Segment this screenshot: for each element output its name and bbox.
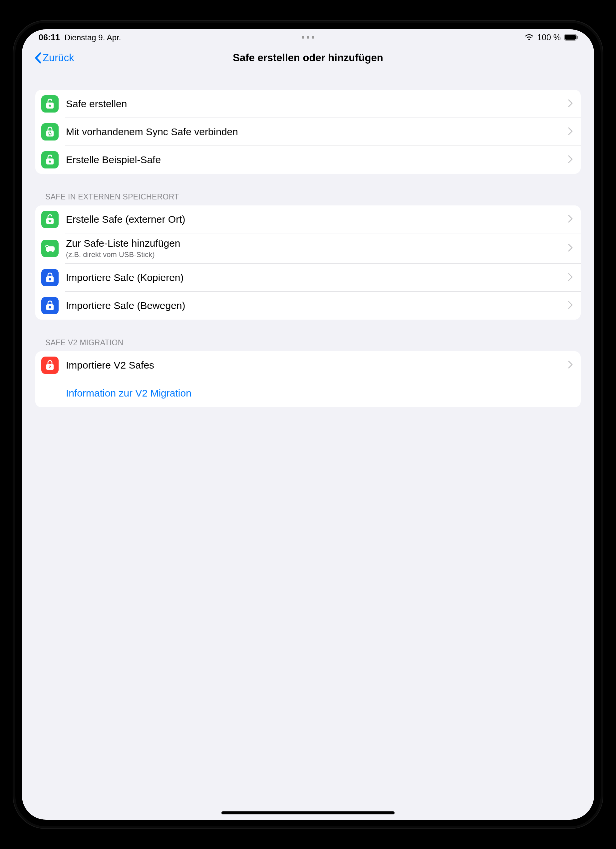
lock-import-icon [41,269,58,286]
section-group: 2 Importiere V2 Safes [35,351,581,407]
dot-icon [302,36,304,39]
lock-open-star-icon [41,95,58,113]
status-left: 06:11 Dienstag 9. Apr. [39,33,121,42]
chevron-right-icon [568,127,573,137]
chevron-right-icon [568,99,573,109]
row-sublabel: (z.B. direkt vom USB-Stick) [66,250,565,260]
svg-point-14 [49,306,51,308]
multitask-dots[interactable] [302,36,314,39]
section-main: Safe erstellen Mit vorhandenem Sy [35,90,581,174]
chevron-left-icon [34,52,42,64]
status-right: 100 % [524,33,579,42]
chevron-right-icon [568,215,573,224]
svg-point-12 [49,278,51,280]
row-label: Importiere V2 Safes [66,359,565,371]
section-header: SAFE IN EXTERNEN SPEICHERORT [35,192,581,206]
svg-rect-1 [565,35,576,40]
section-external: SAFE IN EXTERNEN SPEICHERORT Erstelle Sa… [35,192,581,320]
dot-icon [307,36,309,39]
spacer-icon [41,384,58,402]
svg-rect-4 [46,131,54,137]
row-v2-migration-info[interactable]: Information zur V2 Migration [35,379,581,407]
section-group: Erstelle Safe (externer Ort) Zur [35,206,581,320]
row-create-external-safe[interactable]: Erstelle Safe (externer Ort) [35,206,581,233]
row-label-link: Information zur V2 Migration [66,387,573,399]
status-time: 06:11 [39,33,60,42]
status-date: Dienstag 9. Apr. [65,33,121,42]
battery-icon [564,34,579,41]
lock-sync-icon [41,123,58,140]
chevron-right-icon [568,301,573,310]
row-label: Importiere Safe (Bewegen) [66,299,565,311]
row-import-v2-safes[interactable]: 2 Importiere V2 Safes [35,351,581,379]
chevron-right-icon [568,155,573,164]
row-create-safe[interactable]: Safe erstellen [35,90,581,118]
row-label: Erstelle Beispiel-Safe [66,154,565,166]
back-button[interactable]: Zurück [34,52,74,64]
svg-point-8 [47,250,49,252]
page-title: Safe erstellen oder hinzufügen [233,52,383,64]
row-label: Safe erstellen [66,98,565,110]
section-header: SAFE V2 MIGRATION [35,338,581,351]
lock-import-icon [41,297,58,314]
lock-open-star-icon [41,211,58,228]
row-import-safe-move[interactable]: Importiere Safe (Bewegen) [35,292,581,320]
row-create-example-safe[interactable]: Erstelle Beispiel-Safe [35,146,581,174]
drive-add-icon [41,240,58,257]
status-bar: 06:11 Dienstag 9. Apr. 100 % [22,29,594,45]
device-frame: 06:11 Dienstag 9. Apr. 100 % [0,0,616,849]
content-scroll[interactable]: Safe erstellen Mit vorhandenem Sy [22,71,594,820]
battery-percent: 100 % [537,33,561,42]
row-label: Mit vorhandenem Sync Safe verbinden [66,126,565,138]
chevron-right-icon [568,244,573,253]
row-connect-sync-safe[interactable]: Mit vorhandenem Sync Safe verbinden [35,118,581,146]
lock-v2-icon: 2 [41,357,58,374]
section-group: Safe erstellen Mit vorhandenem Sy [35,90,581,174]
row-import-safe-copy[interactable]: Importiere Safe (Kopieren) [35,264,581,292]
row-add-to-safe-list[interactable]: Zur Safe-Liste hinzufügen (z.B. direkt v… [35,233,581,264]
svg-point-9 [52,250,54,252]
section-v2-migration: SAFE V2 MIGRATION 2 Importiere V2 Safes [35,338,581,407]
home-indicator[interactable] [221,811,395,815]
row-label: Zur Safe-Liste hinzufügen [66,237,565,249]
device-bezel: 06:11 Dienstag 9. Apr. 100 % [13,20,603,829]
lock-open-star-icon [41,151,58,168]
svg-rect-2 [577,36,578,39]
row-label: Erstelle Safe (externer Ort) [66,213,565,225]
chevron-right-icon [568,273,573,282]
wifi-icon [524,34,534,41]
screen: 06:11 Dienstag 9. Apr. 100 % [22,29,594,820]
row-label: Importiere Safe (Kopieren) [66,272,565,284]
nav-bar: Zurück Safe erstellen oder hinzufügen [22,45,594,71]
chevron-right-icon [568,360,573,370]
back-label: Zurück [43,52,74,64]
svg-text:2: 2 [49,365,51,369]
dot-icon [312,36,314,39]
